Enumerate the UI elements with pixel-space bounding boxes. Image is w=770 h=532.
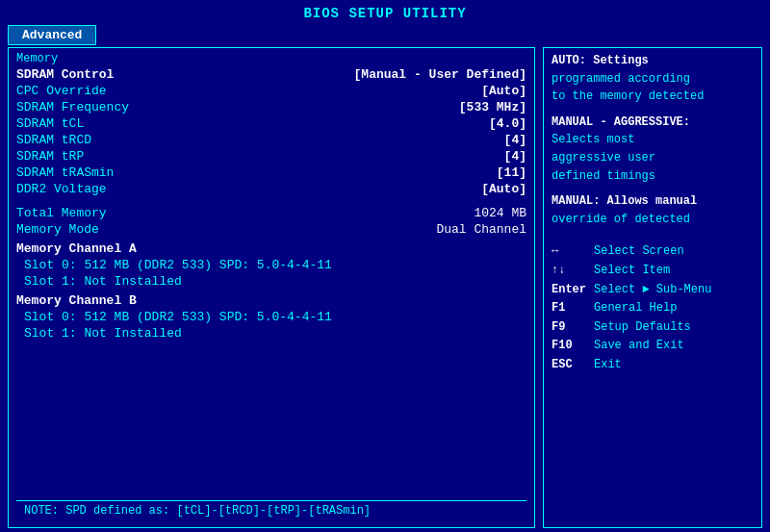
main-content: Memory SDRAM Control [Manual - User Defi… [0,47,770,532]
title-text: BIOS SETUP UTILITY [303,6,466,21]
auto-desc2: to the memory detected [552,88,754,106]
key-row-select-item: ↑↓ Select Item [552,262,754,280]
bios-title: BIOS SETUP UTILITY [0,0,770,25]
total-memory-label: Total Memory [16,206,107,220]
sdram-freq-row[interactable]: SDRAM Frequency [533 MHz] [16,100,526,114]
help-content: AUTO: Settings programmed according to t… [552,52,754,375]
sdram-trp-value: [4] [504,149,526,164]
channel-b-slot-1: Slot 1: Not Installed [24,326,526,341]
channel-a-slot-1: Slot 1: Not Installed [24,274,526,289]
sdram-control-value: [Manual - User Defined] [354,67,526,82]
sdram-trcd-row[interactable]: SDRAM tRCD [4] [16,133,526,147]
key-esc: ESC [552,356,588,374]
sdram-control-row[interactable]: SDRAM Control [Manual - User Defined] [16,67,526,82]
sdram-tcl-value: [4.0] [489,116,526,131]
key-row-f10: F10 Save and Exit [552,337,754,355]
section-memory-label: Memory [16,52,526,65]
sdram-tcl-label: SDRAM tCL [16,116,84,131]
key-row-select-screen: ↔ Select Screen [552,242,754,261]
memory-mode-row: Memory Mode Dual Channel [16,222,526,237]
auto-title: AUTO: Settings [552,52,754,70]
bios-screen: BIOS SETUP UTILITY Advanced Memory SDRAM… [0,0,770,532]
total-memory-value: 1024 MB [474,206,526,220]
key-select-item: Select Item [594,262,670,280]
tab-advanced[interactable]: Advanced [8,25,96,45]
key-row-f1: F1 General Help [552,299,754,317]
right-panel: AUTO: Settings programmed according to t… [543,47,762,528]
cpc-override-value: [Auto] [481,84,526,98]
key-updown: ↑↓ [552,262,588,280]
key-row-f9: F9 Setup Defaults [552,318,754,337]
channel-a-label: Memory Channel A [16,241,526,256]
key-f9: F9 [552,318,588,337]
key-bindings: ↔ Select Screen ↑↓ Select Item Enter Sel… [552,242,754,373]
key-f10-desc: Save and Exit [594,337,684,355]
sdram-trasmin-row[interactable]: SDRAM tRASmin [11] [16,165,526,180]
auto-desc1: programmed according [552,70,754,89]
key-enter-desc: Select ► Sub-Menu [594,281,711,299]
manual-agg-desc1: Selects most [552,131,754,149]
key-f9-desc: Setup Defaults [594,318,691,337]
manual-desc1: override of detected [552,211,754,229]
key-enter: Enter [552,281,588,299]
key-row-esc: ESC Exit [552,356,754,374]
ddr2-voltage-row[interactable]: DDR2 Voltage [Auto] [16,182,526,196]
key-f1-desc: General Help [594,299,677,317]
note-bar: NOTE: SPD defined as: [tCL]-[tRCD]-[tRP]… [16,500,526,521]
key-f1: F1 [552,299,588,317]
manual-agg-desc2: aggressive user [552,149,754,167]
manual-agg-help: MANUAL - AGGRESSIVE: Selects most aggres… [552,114,754,185]
manual-help: MANUAL: Allows manual override of detect… [552,192,754,228]
auto-help: AUTO: Settings programmed according to t… [552,52,754,106]
memory-mode-value: Dual Channel [436,222,526,237]
key-select-screen: Select Screen [594,242,684,261]
cpc-override-row[interactable]: CPC Override [Auto] [16,84,526,98]
sdram-trasmin-label: SDRAM tRASmin [16,165,114,180]
channel-a-slot-0: Slot 0: 512 MB (DDR2 533) SPD: 5.0-4-4-1… [24,258,526,272]
ddr2-voltage-label: DDR2 Voltage [16,182,107,196]
sdram-trp-label: SDRAM tRP [16,149,84,164]
key-row-enter: Enter Select ► Sub-Menu [552,281,754,299]
cpc-override-label: CPC Override [16,84,107,98]
sdram-freq-label: SDRAM Frequency [16,100,129,114]
ddr2-voltage-value: [Auto] [481,182,526,196]
memory-mode-label: Memory Mode [16,222,99,237]
sdram-tcl-row[interactable]: SDRAM tCL [4.0] [16,116,526,131]
key-arrows: ↔ [552,242,588,261]
manual-agg-desc3: defined timings [552,167,754,186]
sdram-control-label: SDRAM Control [16,67,114,82]
sdram-trcd-label: SDRAM tRCD [16,133,91,147]
key-f10: F10 [552,337,588,355]
manual-title: MANUAL: Allows manual [552,192,754,211]
key-esc-desc: Exit [594,356,622,374]
channel-b-slot-0: Slot 0: 512 MB (DDR2 533) SPD: 5.0-4-4-1… [24,310,526,324]
sdram-trp-row[interactable]: SDRAM tRP [4] [16,149,526,164]
tab-row: Advanced [0,25,770,45]
channel-b-label: Memory Channel B [16,293,526,308]
total-memory-row: Total Memory 1024 MB [16,206,526,220]
manual-agg-title: MANUAL - AGGRESSIVE: [552,114,754,132]
sdram-trcd-value: [4] [504,133,526,147]
sdram-trasmin-value: [11] [497,165,526,180]
sdram-freq-value: [533 MHz] [459,100,526,114]
left-panel: Memory SDRAM Control [Manual - User Defi… [8,47,535,528]
